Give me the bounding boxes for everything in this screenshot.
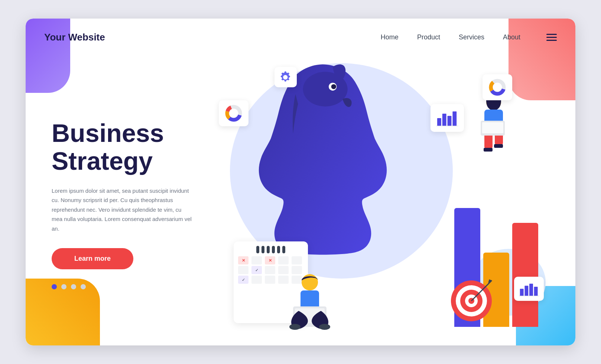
svg-rect-38 <box>520 289 523 296</box>
donut-chart-tr-icon <box>488 78 507 97</box>
hero-illustration: ✕ ✕ ✓ ✓ <box>211 56 575 345</box>
float-card-bar-tl <box>431 104 464 132</box>
hero-title: Business Strategy <box>52 119 193 175</box>
svg-point-28 <box>230 109 238 117</box>
hero-description: Lorem ipsum dolor sit amet, sea putant s… <box>52 186 193 234</box>
header: Your Website Home Product Services About <box>26 19 575 56</box>
ring <box>282 246 285 253</box>
ring <box>256 246 259 253</box>
hamburger-line <box>546 37 557 38</box>
float-card-gear <box>274 67 297 87</box>
svg-rect-30 <box>442 114 446 126</box>
cal-cell <box>251 276 262 284</box>
nav-home[interactable]: Home <box>381 33 399 41</box>
donut-chart-icon <box>224 104 243 123</box>
hamburger-menu-icon[interactable] <box>546 34 557 41</box>
hamburger-line <box>546 34 557 35</box>
cal-cell <box>292 256 302 264</box>
svg-point-37 <box>493 83 501 91</box>
hamburger-line <box>546 40 557 41</box>
svg-rect-22 <box>484 148 493 152</box>
hero-section: Business Strategy Lorem ipsum dolor sit … <box>26 56 575 345</box>
dot-2[interactable] <box>61 284 66 289</box>
cal-cell <box>265 266 275 274</box>
dot-1[interactable] <box>52 284 57 289</box>
svg-rect-23 <box>494 144 503 148</box>
float-card-bar-br <box>514 277 544 301</box>
cal-cell <box>278 256 289 264</box>
nav-product[interactable]: Product <box>417 33 440 41</box>
chess-knight-illustration <box>248 59 397 245</box>
ring <box>272 246 275 253</box>
svg-rect-32 <box>452 111 457 126</box>
dot-4[interactable] <box>81 284 86 289</box>
person-sitting-illustration <box>284 271 336 331</box>
float-card-donut-left <box>219 100 248 126</box>
svg-point-2 <box>331 84 336 89</box>
ring <box>277 246 280 253</box>
cal-cell: ✕ <box>238 256 248 264</box>
dot-3[interactable] <box>71 284 76 289</box>
svg-point-14 <box>289 324 300 330</box>
cal-cell: ✓ <box>238 276 248 284</box>
logo: Your Website <box>44 32 105 43</box>
svg-rect-39 <box>524 286 528 296</box>
svg-rect-21 <box>482 122 503 133</box>
cal-cell <box>251 256 262 264</box>
float-card-donut-tr <box>483 74 512 100</box>
target-icon <box>449 279 494 323</box>
ring <box>261 246 264 253</box>
nav-services[interactable]: Services <box>459 33 484 41</box>
bar-chart-card-icon <box>436 109 458 127</box>
person-on-bar-illustration <box>470 93 518 152</box>
svg-rect-40 <box>529 284 533 296</box>
bar-chart-br-icon <box>519 280 539 297</box>
svg-point-15 <box>319 324 330 330</box>
calendar-rings <box>238 246 303 253</box>
nav-about[interactable]: About <box>503 33 520 41</box>
svg-rect-31 <box>448 116 452 126</box>
cal-cell <box>238 266 248 274</box>
bar-red <box>512 223 538 327</box>
ring <box>267 246 270 253</box>
svg-rect-41 <box>534 287 537 296</box>
svg-rect-29 <box>437 118 441 126</box>
cal-cell: ✕ <box>265 256 275 264</box>
cal-cell: ✓ <box>251 266 262 274</box>
page-container: Your Website Home Product Services About… <box>26 19 575 345</box>
carousel-dots <box>52 284 193 289</box>
cal-cell <box>265 276 275 284</box>
hero-content-left: Business Strategy Lorem ipsum dolor sit … <box>26 56 211 345</box>
learn-more-button[interactable]: Learn more <box>52 248 133 269</box>
navigation: Home Product Services About <box>381 33 557 41</box>
gear-card-icon <box>279 71 292 84</box>
